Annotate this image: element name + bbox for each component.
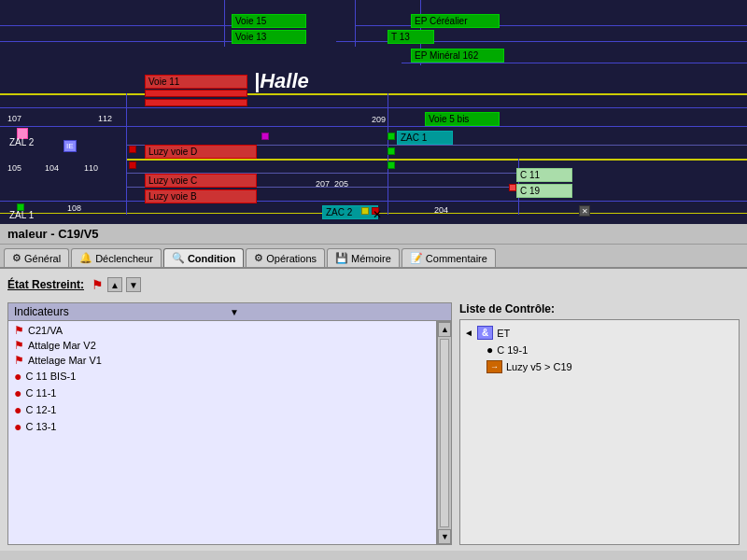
tab-declencheur[interactable]: 🔔 Déclencheur: [71, 248, 162, 267]
left-column: Indicateurs ▼ ⚑ C21/VA ⚑ Attalge Mar V2: [7, 302, 452, 545]
dropdown-arrow-icon: ▼: [230, 307, 445, 317]
num-107: 107: [7, 114, 21, 123]
voie13-box: Voie 13: [232, 30, 306, 44]
indicateurs-label: Indicateurs: [14, 305, 230, 318]
list-item-c11bis1[interactable]: ● C 11 BIS-1: [8, 368, 436, 385]
indicateurs-list[interactable]: ⚑ C21/VA ⚑ Attalge Mar V2 ⚑ Attelage Mar…: [7, 321, 437, 545]
voie15-box: Voie 15: [232, 14, 306, 28]
voie11-box: Voie 11: [145, 75, 247, 89]
sq-green-2: [388, 147, 395, 155]
operations-icon: ⚙: [254, 252, 263, 264]
scroll-up-btn[interactable]: ▲: [438, 322, 451, 337]
num-104: 104: [45, 163, 59, 173]
num-207: 207: [316, 179, 330, 189]
sq-red-2: [129, 161, 136, 169]
tab-condition[interactable]: 🔍 Condition: [163, 248, 244, 267]
etat-restreint-label: État Restreint:: [7, 278, 84, 291]
c19-box: C 19: [516, 184, 572, 198]
commentaire-icon: 📝: [410, 252, 423, 264]
num-205: 205: [334, 179, 348, 189]
num-110: 110: [84, 163, 98, 173]
tab-general[interactable]: ⚙ Général: [4, 248, 69, 267]
end-marker: ✕: [579, 205, 590, 217]
zal2-label: ZAL 2: [9, 137, 34, 147]
liste-controle-header: Liste de Contrôle:: [459, 302, 740, 315]
railway-diagram: 107 112 105 104 110 108 209 207 205 204 …: [0, 0, 747, 224]
zac2-box: ZAC 2: [322, 205, 378, 219]
ep-cerealier-box: EP Céréalier: [411, 14, 500, 28]
bullet-c19-1: ●: [486, 343, 493, 357]
sq-red-c19: [509, 184, 516, 191]
sq-red-x: ✕: [372, 207, 379, 215]
tree-item-luzy-v5-c19[interactable]: → Luzy v5 > C19: [464, 358, 735, 375]
bullet-c131: ●: [14, 419, 21, 434]
t13-box: T 13: [388, 30, 434, 44]
condition-icon: 🔍: [172, 252, 185, 264]
flag-icon: ⚑: [92, 277, 104, 292]
scroll-thumb: [440, 339, 449, 527]
sq-red-1: [129, 146, 136, 153]
list-item-c111[interactable]: ● C 11-1: [8, 385, 436, 401]
etat-up-btn[interactable]: ▲: [107, 277, 122, 292]
bottom-panel: maleur - C19/V5 ⚙ Général 🔔 Déclencheur …: [0, 224, 747, 560]
tab-commentaire[interactable]: 📝 Commentaire: [402, 248, 496, 267]
sq-purple: [261, 133, 269, 140]
scroll-down-btn[interactable]: ▼: [438, 529, 451, 544]
ie-box: IE: [63, 140, 77, 152]
main-columns: Indicateurs ▼ ⚑ C21/VA ⚑ Attalge Mar V2: [7, 302, 740, 545]
halle-text: |Halle: [254, 69, 309, 93]
etat-value: ⚑ ▲ ▼: [92, 277, 141, 292]
list-item-c21va[interactable]: ⚑ C21/VA: [8, 323, 436, 338]
red-bar2: [145, 99, 247, 106]
sq-yellow-1: [361, 207, 369, 215]
tab-operations[interactable]: ⚙ Opérations: [246, 248, 325, 267]
flag-attelage-mar-v1: ⚑: [14, 354, 24, 367]
liste-controle-tree: ◄ & ET ● C 19-1 → Luzy v5 > C19: [459, 319, 740, 545]
list-item-attelage-mar-v1[interactable]: ⚑ Attelage Mar V1: [8, 353, 436, 368]
et-label: ET: [497, 328, 510, 339]
arrow-luzy-icon: →: [486, 360, 502, 373]
num-105: 105: [7, 163, 21, 173]
etat-row: État Restreint: ⚑ ▲ ▼: [7, 274, 740, 295]
tree-item-et: ◄ & ET: [464, 324, 735, 342]
list-item-c121[interactable]: ● C 12-1: [8, 401, 436, 418]
tree-item-c19-1[interactable]: ● C 19-1: [464, 342, 735, 358]
indicateurs-header[interactable]: Indicateurs ▼: [7, 302, 452, 321]
general-icon: ⚙: [12, 252, 21, 264]
c11-box: C 11: [516, 168, 572, 182]
tab-bar: ⚙ Général 🔔 Déclencheur 🔍 Condition ⚙ Op…: [0, 245, 747, 269]
zal1-label: ZAL 1: [9, 210, 34, 220]
list-item-attalge-mar-v2[interactable]: ⚑ Attalge Mar V2: [8, 338, 436, 353]
red-bar1: [145, 90, 247, 97]
num-112: 112: [98, 114, 112, 123]
bullet-c121: ●: [14, 402, 21, 417]
flag-attalge-mar-v2: ⚑: [14, 339, 24, 352]
right-column: Liste de Contrôle: ◄ & ET ● C 19-1: [459, 302, 740, 545]
ep-mineral-box: EP Minéral 162: [411, 49, 504, 63]
flag-c21va: ⚑: [14, 324, 24, 337]
window-title: maleur - C19/V5: [7, 227, 99, 241]
and-box: &: [477, 326, 493, 340]
num-209: 209: [372, 115, 386, 124]
memoire-icon: 💾: [335, 252, 348, 264]
bullet-c11bis1: ●: [14, 369, 21, 384]
declencheur-icon: 🔔: [79, 252, 92, 264]
luzy-voiec-box: Luzy voie C: [145, 174, 257, 188]
title-bar: maleur - C19/V5: [0, 224, 747, 245]
num-108: 108: [67, 203, 81, 213]
sq-green-1: [388, 161, 395, 169]
sq-green-3: [388, 133, 395, 140]
tab-memoire[interactable]: 💾 Mémoire: [327, 248, 400, 267]
num-204: 204: [434, 205, 448, 215]
list-scrollbar[interactable]: ▲ ▼: [437, 321, 452, 545]
voie5bis-box: Voie 5 bis: [425, 112, 500, 126]
luzy-voieb-box: Luzy voie B: [145, 189, 257, 203]
content-area: État Restreint: ⚑ ▲ ▼ Indicateurs ▼: [0, 269, 747, 551]
etat-down-btn[interactable]: ▼: [126, 277, 141, 292]
expand-et-icon[interactable]: ◄: [464, 328, 473, 338]
bullet-c111: ●: [14, 385, 21, 400]
luzy-voied-box: Luzy voie D: [145, 145, 257, 159]
list-item-c131[interactable]: ● C 13-1: [8, 418, 436, 435]
zac1-box: ZAC 1: [397, 131, 453, 145]
